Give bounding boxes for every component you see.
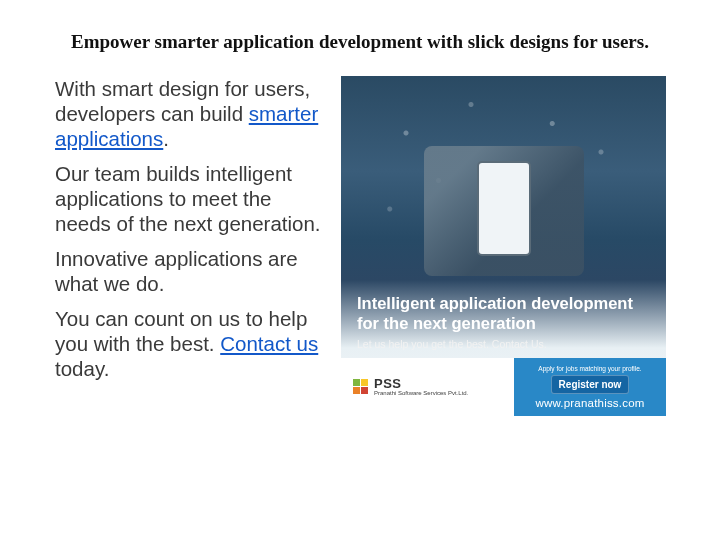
promo-footer: PSS Pranathi Software Services Pvt.Ltd. … [341,358,666,416]
logo-subtitle: Pranathi Software Services Pvt.Ltd. [374,390,468,396]
website-url: www.pranathiss.com [535,397,644,409]
logo-area: PSS Pranathi Software Services Pvt.Ltd. [341,358,514,416]
logo-name: PSS [374,377,468,390]
p4-text-b: today. [55,357,109,380]
paragraph-1: With smart design for users, developers … [55,76,325,151]
content-row: With smart design for users, developers … [55,76,665,416]
phone-graphic [477,161,531,256]
promo-column: Intelligent application development for … [341,76,666,416]
promo-banner: Intelligent application development for … [341,76,666,416]
register-now-button[interactable]: Register now [551,375,630,394]
logo-text: PSS Pranathi Software Services Pvt.Ltd. [374,377,468,396]
paragraph-3: Innovative applications are what we do. [55,246,325,296]
promo-headline: Intelligent application development for … [357,294,647,334]
apply-text: Apply for jobs matching your profile. [538,365,641,372]
paragraph-4: You can count on us to help you with the… [55,306,325,381]
paragraph-2: Our team builds intelligent applications… [55,161,325,236]
contact-us-link[interactable]: Contact us [220,332,318,355]
promo-subtext: Let us help you get the best. Contact Us… [357,338,547,350]
url-panel: Apply for jobs matching your profile. Re… [514,358,666,416]
p1-text-b: . [163,127,169,150]
page-title: Empower smarter application development … [55,30,665,54]
body-text-column: With smart design for users, developers … [55,76,325,391]
pss-logo-icon [353,379,368,394]
